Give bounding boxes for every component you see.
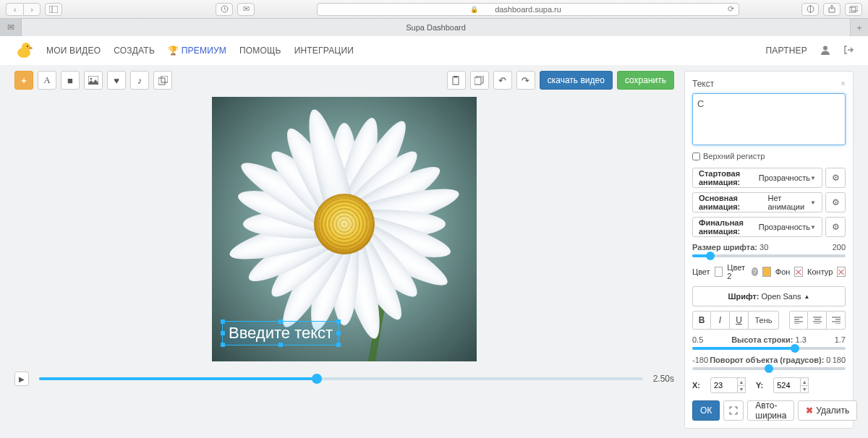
undo-button[interactable]: ↶ bbox=[493, 71, 512, 90]
nav-integrations[interactable]: ИНТЕГРАЦИИ bbox=[294, 46, 354, 56]
timeline-track[interactable] bbox=[39, 377, 643, 380]
uppercase-checkbox[interactable]: Верхний регистр bbox=[692, 152, 846, 160]
close-panel-button[interactable]: × bbox=[841, 79, 846, 89]
text-tool-button[interactable]: A bbox=[38, 71, 56, 90]
editor-toolbar: + A ■ ♥ ♪ ↶ ↷ скачать видео сохранить bbox=[14, 71, 674, 90]
italic-button[interactable]: I bbox=[711, 311, 730, 330]
nav-partner[interactable]: ПАРТНЕР bbox=[766, 46, 808, 56]
end-animation-select[interactable]: Финальная анимация: Прозрачность ▼ bbox=[692, 217, 822, 237]
nav-forward-button[interactable]: › bbox=[23, 3, 41, 16]
expand-button[interactable] bbox=[723, 400, 744, 421]
duplicate-button[interactable] bbox=[470, 71, 489, 90]
pinned-mail-tab[interactable]: ✉ bbox=[0, 19, 22, 36]
svg-rect-6 bbox=[849, 7, 856, 12]
sidebar-toggle-button[interactable] bbox=[45, 3, 62, 16]
play-button[interactable]: ▶ bbox=[14, 372, 29, 386]
logout-icon[interactable] bbox=[843, 45, 854, 57]
ok-button[interactable]: ОК bbox=[692, 400, 720, 421]
nav-premium[interactable]: 🏆 ПРЕМИУМ bbox=[168, 46, 226, 56]
copy-tool-button[interactable] bbox=[153, 71, 172, 90]
clock-icon[interactable] bbox=[216, 3, 233, 16]
svg-point-10 bbox=[27, 46, 28, 47]
svg-point-13 bbox=[90, 78, 93, 80]
flower-image bbox=[229, 108, 460, 340]
start-animation-settings[interactable]: ⚙ bbox=[825, 168, 846, 188]
svg-rect-17 bbox=[454, 76, 457, 77]
browser-toolbar: ‹ › ✉ 🔒 dashboard.supa.ru ⟳ bbox=[0, 0, 868, 19]
timeline: ▶ 2.50s bbox=[14, 372, 674, 386]
timeline-time: 2.50s bbox=[653, 374, 674, 384]
redo-button[interactable]: ↷ bbox=[516, 71, 535, 90]
favorite-button[interactable]: ♥ bbox=[107, 71, 126, 90]
add-button[interactable]: + bbox=[14, 71, 33, 90]
nav-my-videos[interactable]: МОИ ВИДЕО bbox=[46, 46, 101, 56]
text-input[interactable] bbox=[692, 93, 846, 145]
y-spinner[interactable]: ▲▼ bbox=[800, 377, 809, 393]
nav-create[interactable]: СОЗДАТЬ bbox=[114, 46, 155, 56]
nav-help[interactable]: ПОМОЩЬ bbox=[239, 46, 281, 56]
caret-up-icon: ▲ bbox=[804, 293, 810, 300]
text-color2-swatch[interactable] bbox=[762, 267, 771, 277]
lock-icon: 🔒 bbox=[470, 6, 478, 13]
share-button[interactable] bbox=[823, 3, 841, 16]
color2-label: Цвет 2 bbox=[727, 263, 746, 280]
download-video-button[interactable]: скачать видео bbox=[540, 71, 613, 90]
rotation-slider[interactable]: -180 Поворот объекта (градусов): 0 180 bbox=[692, 356, 846, 370]
x-input[interactable] bbox=[710, 377, 738, 393]
logo-duck-icon[interactable] bbox=[14, 41, 33, 60]
mail-icon[interactable]: ✉ bbox=[237, 3, 255, 16]
end-animation-settings[interactable]: ⚙ bbox=[825, 217, 846, 237]
svg-rect-16 bbox=[453, 77, 459, 85]
save-button[interactable]: сохранить bbox=[617, 71, 674, 90]
image-tool-button[interactable] bbox=[84, 71, 103, 90]
timeline-thumb[interactable] bbox=[312, 374, 322, 384]
help-icon[interactable]: ? bbox=[752, 267, 759, 276]
browser-tabbar: ✉ Supa Dashboard + bbox=[0, 19, 868, 36]
shape-tool-button[interactable]: ■ bbox=[61, 71, 80, 90]
outline-label: Контур bbox=[807, 267, 833, 276]
svg-rect-0 bbox=[49, 6, 58, 13]
bg-color-swatch[interactable] bbox=[794, 267, 803, 277]
start-animation-select[interactable]: Стартовая анимация: Прозрачность ▼ bbox=[692, 168, 822, 188]
canvas-text-object[interactable]: Введите текст bbox=[222, 321, 339, 345]
browser-tab[interactable]: Supa Dashboard bbox=[22, 19, 851, 36]
url-text: dashboard.supa.ru bbox=[495, 5, 561, 14]
panel-title: Текст bbox=[692, 79, 714, 89]
nav-back-button[interactable]: ‹ bbox=[6, 3, 23, 16]
outline-color-swatch[interactable] bbox=[837, 267, 846, 277]
auto-width-button[interactable]: Авто-ширина bbox=[747, 400, 794, 421]
user-icon[interactable] bbox=[820, 45, 830, 57]
shadow-button[interactable]: Тень bbox=[749, 311, 779, 330]
delete-button[interactable]: ✖Удалить bbox=[798, 400, 857, 421]
color-label: Цвет bbox=[692, 267, 710, 276]
caret-down-icon: ▼ bbox=[810, 224, 816, 231]
caret-down-icon: ▼ bbox=[810, 199, 816, 206]
x-spinner[interactable]: ▲▼ bbox=[737, 377, 746, 393]
address-bar[interactable]: 🔒 dashboard.supa.ru ⟳ bbox=[317, 3, 739, 16]
new-tab-button[interactable]: + bbox=[851, 19, 868, 36]
reader-button[interactable] bbox=[801, 3, 819, 16]
font-size-slider[interactable]: Размер шрифта: 30 200 bbox=[692, 243, 846, 257]
svg-point-11 bbox=[823, 46, 827, 50]
align-center-button[interactable] bbox=[808, 311, 827, 330]
app-nav: МОИ ВИДЕО СОЗДАТЬ 🏆 ПРЕМИУМ ПОМОЩЬ ИНТЕГ… bbox=[0, 36, 868, 65]
reload-icon[interactable]: ⟳ bbox=[728, 4, 734, 14]
svg-rect-18 bbox=[475, 77, 481, 85]
bold-button[interactable]: B bbox=[692, 311, 711, 330]
music-tool-button[interactable]: ♪ bbox=[130, 71, 149, 90]
underline-button[interactable]: U bbox=[730, 311, 749, 330]
tabs-button[interactable] bbox=[845, 3, 862, 16]
line-height-slider[interactable]: 0.5 Высота строки: 1.3 1.7 bbox=[692, 335, 846, 350]
align-left-button[interactable] bbox=[789, 311, 808, 330]
trophy-icon: 🏆 bbox=[168, 46, 179, 56]
y-input[interactable] bbox=[773, 377, 801, 393]
align-right-button[interactable] bbox=[827, 311, 846, 330]
paste-button[interactable] bbox=[447, 71, 466, 90]
text-color-swatch[interactable] bbox=[715, 267, 723, 277]
main-animation-select[interactable]: Основная анимация: Нет анимации ▼ bbox=[692, 192, 822, 212]
font-select[interactable]: Шрифт: Open Sans ▲ bbox=[692, 286, 846, 306]
editor-canvas[interactable]: Введите текст bbox=[212, 97, 477, 361]
main-animation-settings[interactable]: ⚙ bbox=[825, 192, 846, 212]
svg-point-9 bbox=[22, 43, 30, 51]
caret-down-icon: ▼ bbox=[810, 175, 816, 181]
